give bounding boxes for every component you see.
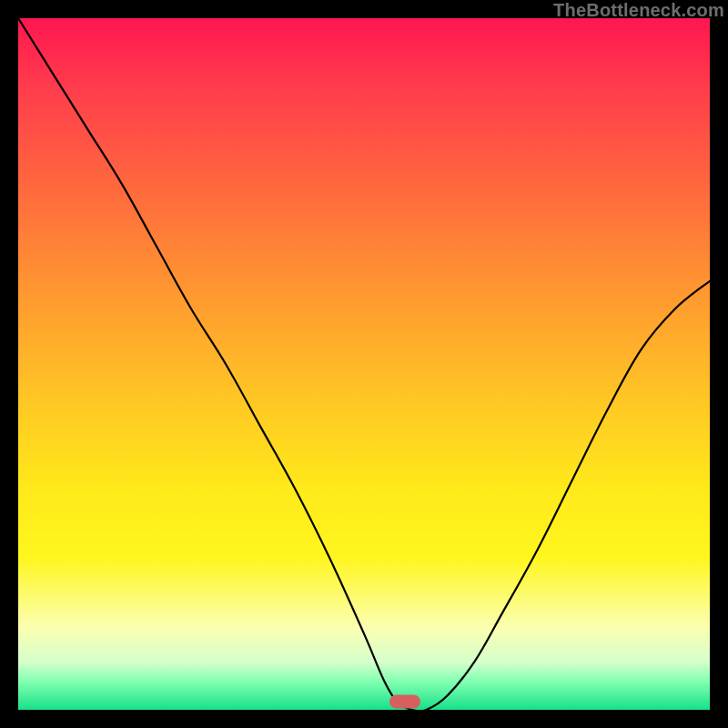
bottleneck-curve — [18, 18, 710, 710]
chart-frame: TheBottleneck.com — [0, 0, 728, 728]
plot-area — [18, 18, 710, 710]
optimum-marker — [389, 694, 420, 708]
watermark-text: TheBottleneck.com — [553, 0, 724, 21]
curve-layer — [18, 18, 710, 710]
